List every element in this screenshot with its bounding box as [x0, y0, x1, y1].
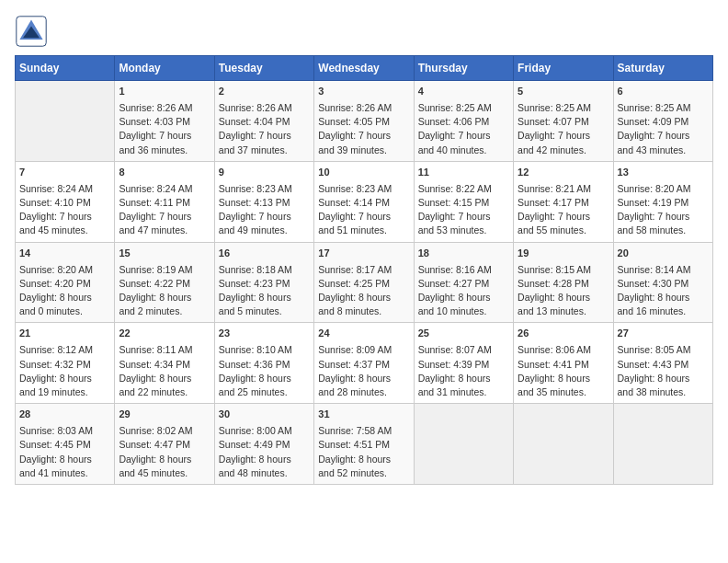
day-number: 23 [219, 327, 310, 341]
calendar-header-row: SundayMondayTuesdayWednesdayThursdayFrid… [16, 56, 713, 81]
calendar-day-cell: 17Sunrise: 8:17 AM Sunset: 4:25 PM Dayli… [314, 242, 414, 323]
day-number: 4 [418, 85, 509, 99]
day-of-week-header: Wednesday [314, 56, 414, 81]
day-info: Sunrise: 8:14 AM Sunset: 4:30 PM Dayligh… [618, 263, 709, 319]
calendar-day-cell: 21Sunrise: 8:12 AM Sunset: 4:32 PM Dayli… [16, 323, 115, 404]
day-number: 29 [119, 408, 210, 422]
day-info: Sunrise: 8:12 AM Sunset: 4:32 PM Dayligh… [19, 343, 110, 399]
day-number: 31 [318, 408, 409, 422]
calendar-day-cell: 26Sunrise: 8:06 AM Sunset: 4:41 PM Dayli… [514, 323, 613, 404]
day-info: Sunrise: 8:09 AM Sunset: 4:37 PM Dayligh… [318, 343, 409, 399]
day-number: 28 [19, 408, 110, 422]
day-number: 21 [19, 327, 110, 341]
day-info: Sunrise: 8:15 AM Sunset: 4:28 PM Dayligh… [518, 263, 609, 319]
calendar-day-cell: 14Sunrise: 8:20 AM Sunset: 4:20 PM Dayli… [16, 242, 115, 323]
calendar-day-cell [514, 404, 613, 485]
calendar-day-cell: 3Sunrise: 8:26 AM Sunset: 4:05 PM Daylig… [314, 81, 414, 162]
day-number: 19 [518, 247, 609, 261]
calendar-day-cell: 20Sunrise: 8:14 AM Sunset: 4:30 PM Dayli… [613, 242, 712, 323]
day-number: 16 [219, 247, 310, 261]
calendar-day-cell: 6Sunrise: 8:25 AM Sunset: 4:09 PM Daylig… [613, 81, 712, 162]
day-number: 18 [418, 247, 509, 261]
calendar-day-cell: 16Sunrise: 8:18 AM Sunset: 4:23 PM Dayli… [214, 242, 313, 323]
day-info: Sunrise: 8:02 AM Sunset: 4:47 PM Dayligh… [119, 424, 210, 480]
calendar-table: SundayMondayTuesdayWednesdayThursdayFrid… [15, 55, 713, 485]
calendar-day-cell: 29Sunrise: 8:02 AM Sunset: 4:47 PM Dayli… [115, 404, 214, 485]
day-of-week-header: Tuesday [214, 56, 313, 81]
logo [15, 15, 51, 48]
day-info: Sunrise: 8:26 AM Sunset: 4:04 PM Dayligh… [219, 101, 310, 157]
calendar-day-cell [16, 81, 115, 162]
day-info: Sunrise: 8:25 AM Sunset: 4:06 PM Dayligh… [418, 101, 509, 157]
day-info: Sunrise: 8:17 AM Sunset: 4:25 PM Dayligh… [318, 263, 409, 319]
calendar-week-row: 14Sunrise: 8:20 AM Sunset: 4:20 PM Dayli… [16, 242, 713, 323]
day-number: 10 [318, 166, 409, 180]
day-number: 14 [19, 247, 110, 261]
day-number: 9 [219, 166, 310, 180]
day-number: 17 [318, 247, 409, 261]
day-number: 26 [518, 327, 609, 341]
day-info: Sunrise: 8:23 AM Sunset: 4:14 PM Dayligh… [318, 182, 409, 238]
calendar-day-cell: 11Sunrise: 8:22 AM Sunset: 4:15 PM Dayli… [414, 161, 513, 242]
day-number: 2 [219, 85, 310, 99]
day-number: 5 [518, 85, 609, 99]
day-number: 22 [119, 327, 210, 341]
day-info: Sunrise: 8:20 AM Sunset: 4:20 PM Dayligh… [19, 263, 110, 319]
day-number: 12 [518, 166, 609, 180]
day-of-week-header: Thursday [414, 56, 513, 81]
calendar-day-cell: 10Sunrise: 8:23 AM Sunset: 4:14 PM Dayli… [314, 161, 414, 242]
calendar-day-cell: 9Sunrise: 8:23 AM Sunset: 4:13 PM Daylig… [214, 161, 313, 242]
calendar-day-cell: 5Sunrise: 8:25 AM Sunset: 4:07 PM Daylig… [514, 81, 613, 162]
day-info: Sunrise: 8:24 AM Sunset: 4:10 PM Dayligh… [19, 182, 110, 238]
day-info: Sunrise: 8:25 AM Sunset: 4:09 PM Dayligh… [618, 101, 709, 157]
day-number: 11 [418, 166, 509, 180]
calendar-day-cell [613, 404, 712, 485]
calendar-day-cell: 4Sunrise: 8:25 AM Sunset: 4:06 PM Daylig… [414, 81, 513, 162]
calendar-day-cell [414, 404, 513, 485]
day-info: Sunrise: 8:22 AM Sunset: 4:15 PM Dayligh… [418, 182, 509, 238]
calendar-week-row: 7Sunrise: 8:24 AM Sunset: 4:10 PM Daylig… [16, 161, 713, 242]
day-number: 7 [19, 166, 110, 180]
day-number: 30 [219, 408, 310, 422]
calendar-day-cell: 8Sunrise: 8:24 AM Sunset: 4:11 PM Daylig… [115, 161, 214, 242]
day-number: 25 [418, 327, 509, 341]
day-of-week-header: Monday [115, 56, 214, 81]
calendar-day-cell: 27Sunrise: 8:05 AM Sunset: 4:43 PM Dayli… [613, 323, 712, 404]
day-info: Sunrise: 8:11 AM Sunset: 4:34 PM Dayligh… [119, 343, 210, 399]
day-info: Sunrise: 7:58 AM Sunset: 4:51 PM Dayligh… [318, 424, 409, 480]
calendar-day-cell: 7Sunrise: 8:24 AM Sunset: 4:10 PM Daylig… [16, 161, 115, 242]
day-info: Sunrise: 8:03 AM Sunset: 4:45 PM Dayligh… [19, 424, 110, 480]
calendar-day-cell: 2Sunrise: 8:26 AM Sunset: 4:04 PM Daylig… [214, 81, 313, 162]
calendar-day-cell: 28Sunrise: 8:03 AM Sunset: 4:45 PM Dayli… [16, 404, 115, 485]
day-info: Sunrise: 8:25 AM Sunset: 4:07 PM Dayligh… [518, 101, 609, 157]
day-info: Sunrise: 8:23 AM Sunset: 4:13 PM Dayligh… [219, 182, 310, 238]
calendar-day-cell: 13Sunrise: 8:20 AM Sunset: 4:19 PM Dayli… [613, 161, 712, 242]
day-info: Sunrise: 8:26 AM Sunset: 4:03 PM Dayligh… [119, 101, 210, 157]
day-number: 27 [618, 327, 709, 341]
calendar-day-cell: 15Sunrise: 8:19 AM Sunset: 4:22 PM Dayli… [115, 242, 214, 323]
day-info: Sunrise: 8:18 AM Sunset: 4:23 PM Dayligh… [219, 263, 310, 319]
day-number: 8 [119, 166, 210, 180]
day-info: Sunrise: 8:20 AM Sunset: 4:19 PM Dayligh… [618, 182, 709, 238]
day-of-week-header: Friday [514, 56, 613, 81]
calendar-day-cell: 31Sunrise: 7:58 AM Sunset: 4:51 PM Dayli… [314, 404, 414, 485]
day-info: Sunrise: 8:24 AM Sunset: 4:11 PM Dayligh… [119, 182, 210, 238]
day-number: 6 [618, 85, 709, 99]
calendar-day-cell: 22Sunrise: 8:11 AM Sunset: 4:34 PM Dayli… [115, 323, 214, 404]
calendar-day-cell: 23Sunrise: 8:10 AM Sunset: 4:36 PM Dayli… [214, 323, 313, 404]
calendar-day-cell: 19Sunrise: 8:15 AM Sunset: 4:28 PM Dayli… [514, 242, 613, 323]
day-info: Sunrise: 8:07 AM Sunset: 4:39 PM Dayligh… [418, 343, 509, 399]
day-number: 13 [618, 166, 709, 180]
calendar-day-cell: 12Sunrise: 8:21 AM Sunset: 4:17 PM Dayli… [514, 161, 613, 242]
day-number: 20 [618, 247, 709, 261]
day-info: Sunrise: 8:10 AM Sunset: 4:36 PM Dayligh… [219, 343, 310, 399]
header [15, 15, 713, 48]
calendar-day-cell: 30Sunrise: 8:00 AM Sunset: 4:49 PM Dayli… [214, 404, 313, 485]
day-number: 3 [318, 85, 409, 99]
day-number: 15 [119, 247, 210, 261]
day-of-week-header: Saturday [613, 56, 712, 81]
day-info: Sunrise: 8:00 AM Sunset: 4:49 PM Dayligh… [219, 424, 310, 480]
calendar-week-row: 1Sunrise: 8:26 AM Sunset: 4:03 PM Daylig… [16, 81, 713, 162]
day-info: Sunrise: 8:19 AM Sunset: 4:22 PM Dayligh… [119, 263, 210, 319]
day-info: Sunrise: 8:05 AM Sunset: 4:43 PM Dayligh… [618, 343, 709, 399]
